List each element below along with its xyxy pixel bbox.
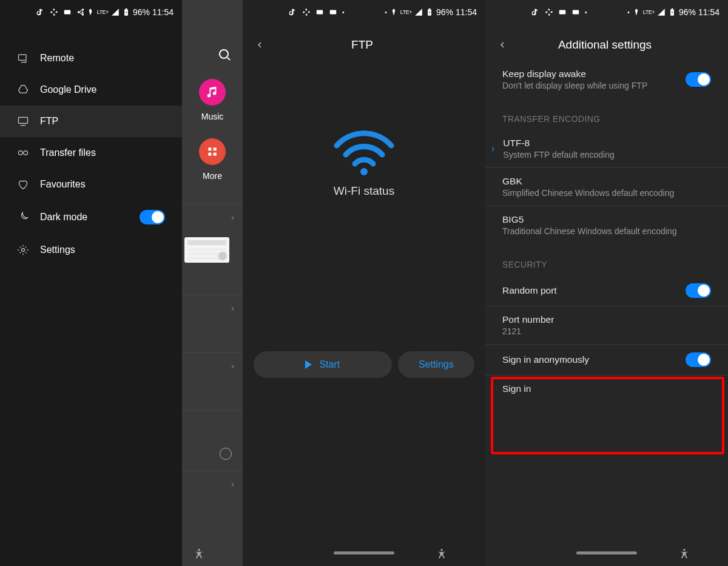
list-item[interactable]: › xyxy=(182,471,243,528)
tiktok-icon xyxy=(289,8,297,16)
setting-title: Random port xyxy=(502,285,678,296)
list-item[interactable] xyxy=(182,410,243,471)
setting-sign-in-anon[interactable]: Sign in anonymously xyxy=(485,345,728,376)
keep-awake-toggle[interactable] xyxy=(686,72,711,87)
clock: 11:54 xyxy=(152,7,174,17)
settings-button[interactable]: Settings xyxy=(398,351,474,378)
lte-label: LTE+ xyxy=(97,9,109,15)
news-icon xyxy=(558,8,567,16)
signal-icon xyxy=(657,8,666,16)
chevron-right-icon: › xyxy=(231,479,234,489)
tiktok-icon xyxy=(36,8,45,16)
drawer-item-transfer[interactable]: Transfer files xyxy=(0,137,182,169)
drawer-item-dark-mode[interactable]: Dark mode xyxy=(0,200,182,234)
status-bar: • • LTE+ 96% 11:54 xyxy=(485,0,728,24)
drawer-item-favourites[interactable]: Favourites xyxy=(0,169,182,200)
home-pill[interactable] xyxy=(334,551,394,554)
news-icon xyxy=(571,8,580,16)
radio-ring-icon xyxy=(220,448,232,460)
svg-rect-18 xyxy=(330,10,337,15)
setting-sign-in[interactable]: Sign in xyxy=(485,376,728,402)
svg-point-16 xyxy=(198,549,200,551)
gdrive-icon xyxy=(17,84,29,96)
search-icon[interactable] xyxy=(217,47,232,62)
wifi-status-block: Wi-Fi status xyxy=(243,127,485,198)
setting-subtitle: Don't let display sleep while using FTP xyxy=(502,81,678,90)
back-icon[interactable] xyxy=(497,40,507,50)
battery-pct: 96% xyxy=(133,7,150,17)
setting-title: Port number xyxy=(502,314,711,325)
dot-icon: • xyxy=(385,9,387,16)
setting-random-port[interactable]: Random port xyxy=(485,275,728,306)
start-button[interactable]: Start xyxy=(254,351,392,378)
music-category[interactable] xyxy=(199,79,226,106)
ftp-icon xyxy=(17,115,29,127)
fan-icon xyxy=(50,8,58,16)
music-label: Music xyxy=(201,112,224,121)
app-bar: FTP xyxy=(243,29,485,61)
fan-icon xyxy=(302,8,311,16)
setting-keep-awake[interactable]: Keep display awake Don't let display sle… xyxy=(485,61,728,98)
battery-icon xyxy=(425,8,434,16)
accessibility-icon[interactable] xyxy=(678,548,690,560)
accessibility-icon[interactable] xyxy=(193,548,205,560)
more-category[interactable] xyxy=(199,138,226,165)
svg-point-1 xyxy=(82,8,84,10)
dot-icon: • xyxy=(585,9,587,16)
battery-pct: 96% xyxy=(436,7,453,17)
drawer-item-settings[interactable]: Settings xyxy=(0,234,182,266)
drawer-label: Remote xyxy=(40,53,165,64)
setting-title: Sign in xyxy=(502,383,711,394)
drawer-label: FTP xyxy=(40,116,165,127)
section-transfer-encoding: TRANSFER ENCODING xyxy=(485,98,728,130)
setting-title: UTF-8 xyxy=(503,138,711,149)
dark-mode-toggle[interactable] xyxy=(140,210,165,224)
list-item[interactable]: › xyxy=(182,352,243,410)
setting-title: GBK xyxy=(502,176,711,187)
dot-icon: • xyxy=(627,9,630,16)
svg-rect-14 xyxy=(208,153,211,156)
page-title: FTP xyxy=(265,38,460,52)
clock: 11:54 xyxy=(698,7,720,17)
svg-point-10 xyxy=(22,249,25,252)
page-title: Additional settings xyxy=(507,38,703,52)
svg-point-2 xyxy=(78,11,80,13)
setting-big5[interactable]: BIG5 Traditional Chinese Windows default… xyxy=(485,206,728,244)
setting-port-number[interactable]: Port number 2121 xyxy=(485,306,728,345)
dot-icon: • xyxy=(90,9,92,16)
drawer-item-remote[interactable]: Remote xyxy=(0,42,182,74)
drawer-label: Google Drive xyxy=(40,84,165,95)
sign-anon-toggle[interactable] xyxy=(686,352,711,367)
tiktok-icon xyxy=(531,8,540,16)
gear-icon xyxy=(17,244,29,256)
drawer-item-ftp[interactable]: FTP xyxy=(0,106,182,137)
svg-point-3 xyxy=(82,13,84,16)
svg-point-27 xyxy=(683,549,685,551)
setting-gbk[interactable]: GBK Simplified Chinese Windows default e… xyxy=(485,168,728,206)
list-item[interactable]: › xyxy=(182,204,243,295)
section-security: SECURITY xyxy=(485,244,728,275)
drawer-item-gdrive[interactable]: Google Drive xyxy=(0,74,182,106)
list-item[interactable]: › xyxy=(182,295,243,352)
settings-list: Keep display awake Don't let display sle… xyxy=(485,61,728,402)
svg-rect-15 xyxy=(214,153,217,156)
home-pill[interactable] xyxy=(576,551,637,554)
setting-subtitle: Traditional Chinese Windows default enco… xyxy=(502,226,711,236)
signal-icon xyxy=(111,8,120,16)
battery-pct: 96% xyxy=(679,7,696,17)
svg-point-11 xyxy=(220,50,228,58)
diamond-icon xyxy=(632,8,641,16)
accessibility-icon[interactable] xyxy=(436,548,448,560)
news-icon xyxy=(329,8,337,16)
ftp-button-row: Start Settings xyxy=(254,351,474,378)
drawer-label: Dark mode xyxy=(40,212,129,223)
diamond-icon xyxy=(389,8,398,16)
random-port-toggle[interactable] xyxy=(686,283,711,298)
back-icon[interactable] xyxy=(255,40,265,50)
svg-point-21 xyxy=(360,168,368,175)
signal-icon xyxy=(414,8,423,16)
nav-bar xyxy=(243,539,485,566)
setting-subtitle: System FTP default encoding xyxy=(503,150,711,160)
setting-utf8[interactable]: › UTF-8 System FTP default encoding xyxy=(485,130,728,168)
clock: 11:54 xyxy=(456,7,477,17)
